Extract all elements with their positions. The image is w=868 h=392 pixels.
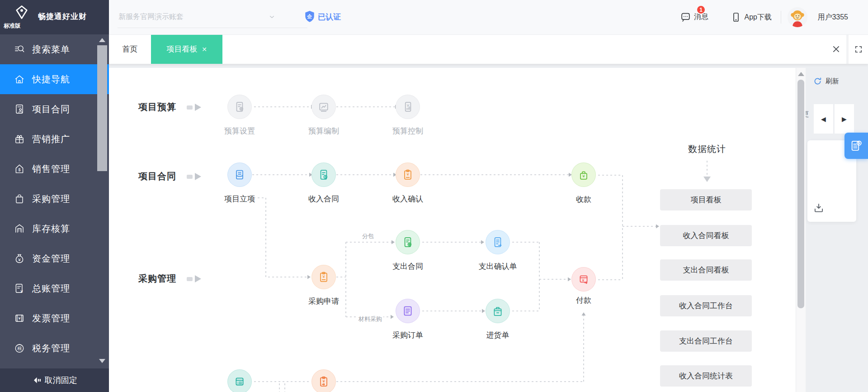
account-selector[interactable]: 新服务官网演示账套 [118,12,184,22]
scroll-up-icon[interactable] [798,72,804,76]
stats-box-1[interactable]: 项目看板 [660,189,752,210]
flow-node-label-xmlx[interactable]: 项目立项 [201,194,278,204]
fullscreen-button[interactable] [849,34,868,64]
sidebar-item-bag[interactable]: 采购管理 [0,184,109,214]
home-icon [14,73,25,85]
sidebar-item-gift[interactable]: 营销推广 [0,124,109,154]
flow-node-sk[interactable]: ¥ [571,163,596,187]
sidebar-item-home[interactable]: 快捷导航 [0,64,109,94]
row-arrow-icon [195,275,201,282]
tag-subcontract: 分包 [361,232,375,240]
flow-node-srht[interactable] [311,163,336,187]
sidebar-item-label: 发票管理 [32,312,70,325]
app-download-button[interactable]: App下载 [731,12,772,23]
flow-node-label-jhd[interactable]: 进货单 [459,330,536,340]
svg-text:¥: ¥ [322,274,325,279]
flow-node-b2[interactable]: ¥ [311,369,336,392]
sidebar-item-moneybag[interactable]: ¥资金管理 [0,244,109,273]
stats-box-2[interactable]: 收入合同看板 [660,225,752,246]
app-edition: 标准版 [4,22,21,30]
tabbar: 首页 项目看板 ✕ [109,34,868,64]
sidebar-item-warehouse[interactable]: 库存核算 [0,214,109,244]
flow-node-label-sk[interactable]: 收款 [545,194,622,205]
flow-node-label-cgdd[interactable]: 采购订单 [369,330,446,340]
svg-text:¥: ¥ [18,257,21,262]
avatar[interactable] [788,7,807,27]
stats-box-3[interactable]: 支出合同看板 [660,259,752,281]
username[interactable]: 用户3355 [817,13,848,22]
refresh-button[interactable]: 刷新 [813,76,839,86]
sidebar-item-doc-person[interactable]: 项目合同 [0,94,109,124]
list-check-icon [401,305,414,317]
flow-node-zcht[interactable] [396,230,420,254]
page-prev-button[interactable]: ◀ [814,104,833,134]
flow-node-label-srht[interactable]: 收入合同 [285,194,362,204]
flow-row-label-purchase: 采购管理 [138,272,176,285]
logo-block: 畅捷通好业财 标准版 [0,0,109,34]
tab-home[interactable]: 首页 [109,34,151,64]
contract-icon [233,168,246,181]
chevron-down-icon[interactable] [268,13,276,21]
sidebar-item-label: 库存核算 [32,223,70,235]
sidebar-item-label: 税务管理 [32,342,70,354]
topbar: 新服务官网演示账套 企 已认证 消息 1 App下载 用户3355 [109,0,868,35]
flow-node-yskz[interactable]: ¥ [396,95,420,119]
unpin-label: 取消固定 [45,375,77,386]
flow-node-ysbz[interactable] [311,95,336,119]
close-all-tabs-button[interactable] [826,34,846,64]
more-label: 更 [806,110,809,119]
flow-node-fk[interactable]: ¥ [571,267,596,292]
flow-node-label-zcht[interactable]: 支出合同 [369,261,446,272]
page-next-button[interactable]: ▶ [835,104,854,134]
certified-badge[interactable]: 企 已认证 [304,10,341,23]
tab-project-dashboard[interactable]: 项目看板 ✕ [151,34,222,64]
sidebar-scroll-down-icon[interactable] [99,359,105,363]
flow-node-jhd[interactable] [486,299,510,323]
flow-row-label-contract: 项目合同 [138,170,176,182]
shield-icon: 企 [304,10,316,23]
tab-active-label: 项目看板 [166,44,197,54]
clipboard-yen-icon: ¥ [317,271,330,283]
sidebar-item-label: 项目合同 [32,103,70,115]
report-float-button[interactable] [844,133,868,159]
flow-node-label-fk[interactable]: 付款 [545,295,622,306]
flow-node-label-yskz[interactable]: 预算控制 [369,126,446,136]
sidebar-item-label: 搜索菜单 [32,43,70,56]
account-underline [118,28,307,28]
topbar-divider [781,11,781,24]
flow-node-cgsq[interactable]: ¥ [311,265,336,289]
panel-scrollbar-thumb[interactable] [797,80,804,308]
flow-node-label-cgsq[interactable]: 采购申请 [285,296,362,306]
right-rail: 刷新 更 ◀ ▶ [806,64,868,392]
stats-box-6[interactable]: 收入合同统计表 [660,365,752,387]
sidebar-scroll-up-icon[interactable] [99,38,105,42]
download-icon[interactable] [813,202,825,214]
sidebar-item-label: 采购管理 [32,193,70,205]
flow-node-label-yssz[interactable]: 预算设置 [201,126,278,136]
flow-node-b1[interactable] [227,369,252,392]
sidebar-item-invoice[interactable]: ¥发票管理 [0,303,109,333]
svg-text:¥: ¥ [582,173,585,178]
stats-title: 数据统计 [671,143,743,155]
flow-node-xmlx[interactable] [227,163,252,187]
flow-node-zcqrd[interactable] [486,230,510,254]
sidebar-item-label: 快捷导航 [32,73,70,86]
flow-node-label-zcqrd[interactable]: 支出确认单 [459,261,536,272]
sidebar-item-search[interactable]: 搜索菜单 [0,34,109,64]
unpin-sidebar-button[interactable]: 取消固定 [0,368,109,392]
flow-node-yssz[interactable] [227,95,252,119]
stats-box-5[interactable]: 支出合同工作台 [660,330,752,352]
flow-node-cgdd[interactable] [396,299,420,323]
flow-node-srqr[interactable]: ¥ [396,163,420,187]
sidebar-scrollbar-thumb[interactable] [97,45,107,171]
flow-node-label-srqr[interactable]: 收入确认 [369,194,446,204]
stats-box-4[interactable]: 收入合同工作台 [660,295,752,316]
flow-node-label-ysbz[interactable]: 预算编制 [285,126,362,136]
sidebar-item-ledger[interactable]: ¥总账管理 [0,273,109,303]
messages-button[interactable]: 消息 1 [680,11,708,23]
svg-text:¥: ¥ [322,379,325,383]
sidebar-item-house-yen[interactable]: $销售管理 [0,154,109,184]
svg-text:¥: ¥ [581,278,584,282]
tab-close-icon[interactable]: ✕ [202,46,207,53]
sidebar-item-tax[interactable]: 税税务管理 [0,333,109,363]
